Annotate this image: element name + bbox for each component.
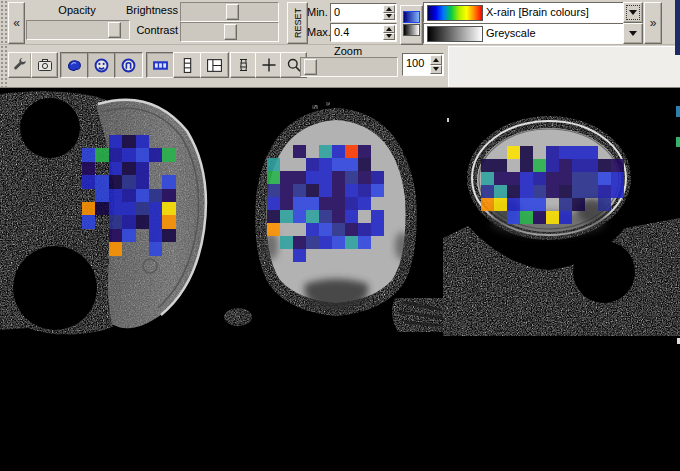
overlay-colormap-combobox[interactable]: X-rain [Brain colours] [423, 2, 624, 23]
chevron-down-icon [629, 10, 637, 15]
toolbar-corner-fill [675, 55, 680, 87]
base-colormap-combobox[interactable]: Greyscale [423, 23, 624, 44]
zoom-value-spinbox[interactable]: 100 [402, 53, 444, 76]
min-spin-down[interactable] [383, 13, 395, 21]
contrast-slider[interactable] [180, 22, 279, 42]
layout-grid-button[interactable] [200, 52, 229, 78]
toolbar-grip[interactable] [0, 45, 7, 87]
toolbar-empty-area [448, 46, 676, 87]
max-label: Max. [307, 26, 331, 38]
axial-black-cutout [573, 241, 635, 303]
brightness-label: Brightness [126, 4, 178, 16]
image-viewer-window: « Opacity Brightness Contrast RESET Min.… [0, 0, 680, 471]
overlay-colormap-label: X-rain [Brain colours] [486, 6, 589, 18]
tools-toolbar: Zoom 100 [0, 45, 680, 88]
max-spin-down[interactable] [383, 33, 395, 41]
zoom-spin-up[interactable] [430, 55, 442, 65]
snapshot-button[interactable] [31, 52, 58, 78]
reset-button[interactable]: RESET [287, 2, 308, 44]
contrast-slider-handle[interactable] [224, 24, 237, 40]
coronal-view-button[interactable] [87, 52, 116, 78]
opacity-label: Opacity [26, 4, 128, 16]
layout-vertical-button[interactable] [173, 52, 202, 78]
reset-button-label: RESET [293, 8, 303, 38]
display-toolbar: « Opacity Brightness Contrast RESET Min.… [0, 0, 680, 45]
zoom-slider-handle[interactable] [304, 59, 317, 75]
zoom-slider[interactable] [300, 57, 398, 77]
sagittal-view[interactable] [0, 88, 220, 348]
max-value: 0.4 [334, 26, 349, 38]
coronal-view[interactable] [225, 88, 455, 348]
overlay-layer-chip[interactable] [403, 11, 420, 23]
wrench-icon [12, 57, 28, 73]
coronal-brain-icon [93, 57, 110, 74]
crosshair-tool-button[interactable] [255, 52, 282, 78]
zoom-value: 100 [406, 57, 424, 69]
base-colormap-dropdown-button[interactable] [623, 23, 643, 44]
base-colormap-label: Greyscale [486, 27, 536, 39]
window-edge-strip [675, 0, 680, 55]
crosshair-tool-icon [261, 57, 277, 73]
zoom-spin-down[interactable] [430, 65, 442, 75]
min-value: 0 [334, 6, 340, 18]
slice-viewport[interactable] [0, 88, 680, 471]
max-spin-up[interactable] [383, 25, 395, 33]
camera-icon [37, 57, 53, 73]
max-value-spinbox[interactable]: 0.4 [330, 23, 397, 42]
axial-brain-icon [120, 57, 137, 74]
contrast-label: Contrast [126, 24, 178, 36]
chevron-down-icon [629, 31, 637, 36]
opacity-slider[interactable] [26, 20, 130, 40]
tools-button[interactable] [8, 52, 32, 78]
collapse-left-button[interactable]: « [8, 2, 25, 44]
base-layer-chip[interactable] [403, 24, 420, 36]
brightness-slider-handle[interactable] [226, 4, 239, 20]
toolbar-grip[interactable] [0, 0, 7, 44]
brightness-slider[interactable] [180, 2, 279, 22]
opacity-slider-handle[interactable] [108, 22, 121, 38]
axial-view-button[interactable] [114, 52, 143, 78]
pan-tool-icon [236, 57, 252, 73]
pan-tool-button[interactable] [230, 52, 257, 78]
min-value-spinbox[interactable]: 0 [330, 3, 397, 22]
layout-vertical-icon [179, 57, 196, 74]
zoom-label: Zoom [300, 45, 396, 57]
min-spin-up[interactable] [383, 5, 395, 13]
layout-horizontal-icon [152, 57, 169, 74]
min-label: Min. [307, 6, 328, 18]
overlay-colormap-swatch [427, 5, 483, 21]
sagittal-view-button[interactable] [60, 52, 89, 78]
layout-horizontal-button[interactable] [146, 52, 175, 78]
layout-grid-icon [206, 57, 223, 74]
mri-views-canvas [0, 88, 680, 471]
layer-list-button[interactable] [400, 5, 423, 45]
base-colormap-swatch [427, 26, 483, 42]
sagittal-brain-icon [66, 57, 83, 74]
overlay-colormap-dropdown-button[interactable] [623, 2, 643, 23]
axial-view[interactable] [443, 98, 680, 338]
collapse-right-button[interactable]: » [644, 2, 662, 44]
